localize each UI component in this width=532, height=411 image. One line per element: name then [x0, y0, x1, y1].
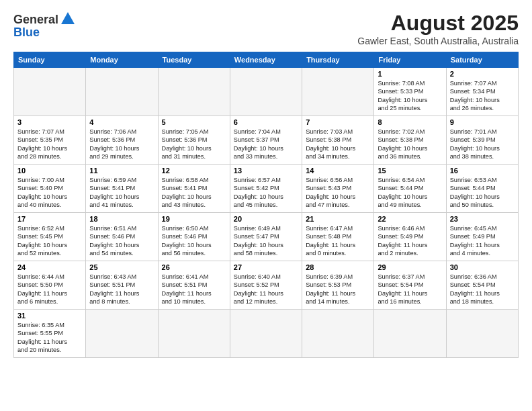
svg-marker-0	[61, 12, 75, 24]
day-info: Sunrise: 6:53 AM Sunset: 5:44 PM Dayligh…	[450, 176, 515, 210]
day-number: 14	[306, 167, 370, 175]
day-number: 11	[89, 167, 154, 175]
day-info: Sunrise: 7:08 AM Sunset: 5:33 PM Dayligh…	[378, 79, 442, 113]
table-row	[14, 68, 86, 116]
day-info: Sunrise: 7:07 AM Sunset: 5:35 PM Dayligh…	[17, 128, 82, 161]
day-info: Sunrise: 6:43 AM Sunset: 5:51 PM Dayligh…	[89, 273, 154, 306]
table-row: 29Sunrise: 6:37 AM Sunset: 5:54 PM Dayli…	[374, 261, 446, 310]
day-number: 19	[162, 215, 226, 223]
day-number: 4	[89, 118, 154, 126]
main-title: August 2025	[357, 11, 519, 36]
day-info: Sunrise: 6:54 AM Sunset: 5:44 PM Dayligh…	[378, 176, 442, 210]
table-row: 15Sunrise: 6:54 AM Sunset: 5:44 PM Dayli…	[374, 165, 446, 213]
day-number: 28	[306, 263, 370, 271]
day-number: 17	[17, 215, 82, 223]
col-friday: Friday	[374, 52, 446, 68]
logo-general-text: General	[13, 13, 58, 27]
table-row: 3Sunrise: 7:07 AM Sunset: 5:35 PM Daylig…	[14, 116, 86, 165]
day-number: 30	[450, 263, 515, 271]
day-number: 27	[234, 263, 298, 271]
table-row: 17Sunrise: 6:52 AM Sunset: 5:45 PM Dayli…	[14, 213, 86, 261]
day-number: 5	[162, 118, 226, 126]
day-info: Sunrise: 7:02 AM Sunset: 5:38 PM Dayligh…	[378, 128, 442, 161]
day-info: Sunrise: 6:47 AM Sunset: 5:48 PM Dayligh…	[306, 224, 370, 258]
day-number: 12	[162, 167, 226, 175]
day-number: 31	[17, 312, 82, 320]
day-info: Sunrise: 7:03 AM Sunset: 5:38 PM Dayligh…	[306, 128, 370, 161]
day-number: 1	[378, 70, 442, 78]
table-row: 21Sunrise: 6:47 AM Sunset: 5:48 PM Dayli…	[302, 213, 374, 261]
day-info: Sunrise: 6:41 AM Sunset: 5:51 PM Dayligh…	[162, 273, 226, 306]
day-info: Sunrise: 7:04 AM Sunset: 5:37 PM Dayligh…	[234, 128, 298, 161]
table-row	[230, 68, 302, 116]
day-info: Sunrise: 6:39 AM Sunset: 5:53 PM Dayligh…	[306, 273, 370, 306]
table-row	[302, 68, 374, 116]
table-row: 23Sunrise: 6:45 AM Sunset: 5:49 PM Dayli…	[446, 213, 518, 261]
table-row	[158, 68, 230, 116]
table-row: 26Sunrise: 6:41 AM Sunset: 5:51 PM Dayli…	[158, 261, 230, 310]
day-info: Sunrise: 6:57 AM Sunset: 5:42 PM Dayligh…	[234, 176, 298, 210]
table-row	[230, 310, 302, 358]
day-info: Sunrise: 7:01 AM Sunset: 5:39 PM Dayligh…	[450, 128, 515, 161]
day-number: 2	[450, 70, 515, 78]
day-number: 15	[378, 167, 442, 175]
day-number: 16	[450, 167, 515, 175]
table-row	[374, 310, 446, 358]
day-info: Sunrise: 6:45 AM Sunset: 5:49 PM Dayligh…	[450, 224, 515, 258]
table-row: 30Sunrise: 6:36 AM Sunset: 5:54 PM Dayli…	[446, 261, 518, 310]
calendar: Sunday Monday Tuesday Wednesday Thursday…	[13, 52, 519, 358]
day-number: 6	[234, 118, 298, 126]
day-info: Sunrise: 6:58 AM Sunset: 5:41 PM Dayligh…	[162, 176, 226, 210]
title-block: August 2025 Gawler East, South Australia…	[357, 11, 519, 46]
table-row: 31Sunrise: 6:35 AM Sunset: 5:55 PM Dayli…	[14, 310, 86, 358]
day-number: 21	[306, 215, 370, 223]
subtitle: Gawler East, South Australia, Australia	[357, 36, 519, 46]
day-info: Sunrise: 6:52 AM Sunset: 5:45 PM Dayligh…	[17, 224, 82, 258]
table-row	[86, 68, 158, 116]
table-row: 12Sunrise: 6:58 AM Sunset: 5:41 PM Dayli…	[158, 165, 230, 213]
logo: General Blue	[13, 11, 75, 40]
day-number: 13	[234, 167, 298, 175]
day-info: Sunrise: 6:35 AM Sunset: 5:55 PM Dayligh…	[17, 321, 82, 355]
table-row: 6Sunrise: 7:04 AM Sunset: 5:37 PM Daylig…	[230, 116, 302, 165]
page: General Blue August 2025 Gawler East, So…	[0, 0, 532, 365]
table-row: 16Sunrise: 6:53 AM Sunset: 5:44 PM Dayli…	[446, 165, 518, 213]
table-row: 28Sunrise: 6:39 AM Sunset: 5:53 PM Dayli…	[302, 261, 374, 310]
day-number: 7	[306, 118, 370, 126]
table-row: 18Sunrise: 6:51 AM Sunset: 5:46 PM Dayli…	[86, 213, 158, 261]
day-info: Sunrise: 6:59 AM Sunset: 5:41 PM Dayligh…	[89, 176, 154, 210]
day-info: Sunrise: 7:05 AM Sunset: 5:36 PM Dayligh…	[162, 128, 226, 161]
calendar-header-row: Sunday Monday Tuesday Wednesday Thursday…	[14, 52, 519, 68]
day-number: 20	[234, 215, 298, 223]
day-info: Sunrise: 7:07 AM Sunset: 5:34 PM Dayligh…	[450, 79, 515, 113]
day-number: 29	[378, 263, 442, 271]
day-info: Sunrise: 6:36 AM Sunset: 5:54 PM Dayligh…	[450, 273, 515, 306]
logo-blue-text: Blue	[13, 26, 40, 40]
day-info: Sunrise: 7:00 AM Sunset: 5:40 PM Dayligh…	[17, 176, 82, 210]
table-row: 27Sunrise: 6:40 AM Sunset: 5:52 PM Dayli…	[230, 261, 302, 310]
table-row	[158, 310, 230, 358]
col-tuesday: Tuesday	[158, 52, 230, 68]
table-row: 2Sunrise: 7:07 AM Sunset: 5:34 PM Daylig…	[446, 68, 518, 116]
table-row	[302, 310, 374, 358]
table-row: 10Sunrise: 7:00 AM Sunset: 5:40 PM Dayli…	[14, 165, 86, 213]
day-number: 23	[450, 215, 515, 223]
day-info: Sunrise: 6:44 AM Sunset: 5:50 PM Dayligh…	[17, 273, 82, 306]
table-row: 11Sunrise: 6:59 AM Sunset: 5:41 PM Dayli…	[86, 165, 158, 213]
day-number: 22	[378, 215, 442, 223]
table-row: 1Sunrise: 7:08 AM Sunset: 5:33 PM Daylig…	[374, 68, 446, 116]
col-wednesday: Wednesday	[230, 52, 302, 68]
table-row: 24Sunrise: 6:44 AM Sunset: 5:50 PM Dayli…	[14, 261, 86, 310]
col-monday: Monday	[86, 52, 158, 68]
table-row: 13Sunrise: 6:57 AM Sunset: 5:42 PM Dayli…	[230, 165, 302, 213]
day-number: 10	[17, 167, 82, 175]
day-number: 3	[17, 118, 82, 126]
table-row: 9Sunrise: 7:01 AM Sunset: 5:39 PM Daylig…	[446, 116, 518, 165]
day-info: Sunrise: 6:46 AM Sunset: 5:49 PM Dayligh…	[378, 224, 442, 258]
day-number: 26	[162, 263, 226, 271]
col-thursday: Thursday	[302, 52, 374, 68]
day-number: 8	[378, 118, 442, 126]
table-row: 7Sunrise: 7:03 AM Sunset: 5:38 PM Daylig…	[302, 116, 374, 165]
table-row: 4Sunrise: 7:06 AM Sunset: 5:36 PM Daylig…	[86, 116, 158, 165]
table-row: 8Sunrise: 7:02 AM Sunset: 5:38 PM Daylig…	[374, 116, 446, 165]
